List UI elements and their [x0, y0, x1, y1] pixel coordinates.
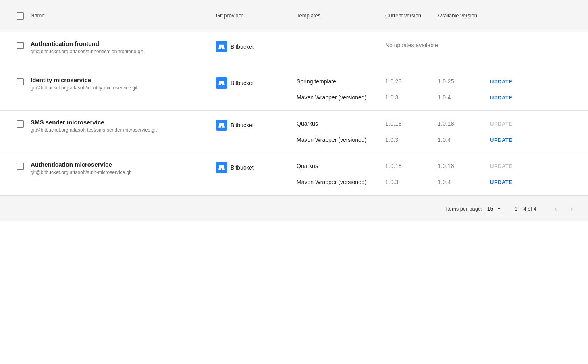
bitbucket-icon — [216, 77, 227, 89]
template-current-version: 1.0.3 — [385, 136, 438, 143]
update-button[interactable]: UPDATE — [490, 79, 512, 85]
templates-versions-section: Quarkus1.0.181.0.18UPDATEMaven Wrapper (… — [297, 161, 578, 187]
col-header-name: Name — [31, 12, 216, 19]
select-all-checkbox[interactable] — [17, 12, 24, 20]
row-check-cell — [10, 119, 31, 128]
bitbucket-icon — [216, 120, 227, 131]
git-provider-label: Bitbucket — [231, 43, 254, 50]
template-action-cell: UPDATE — [490, 179, 512, 185]
template-available-version: 1.0.4 — [438, 136, 490, 143]
template-action-cell: UPDATE — [490, 94, 512, 101]
row-name-cell: Authentication frontendgit@bitbucket.org… — [31, 40, 216, 54]
items-per-page-label: Items per page: — [446, 206, 482, 212]
template-current-version: 1.0.23 — [385, 78, 438, 85]
col-header-templates: Templates — [297, 12, 385, 19]
template-name: Maven Wrapper (versioned) — [297, 179, 385, 185]
update-button[interactable]: UPDATE — [490, 137, 512, 143]
template-current-version: 1.0.18 — [385, 163, 438, 169]
row-check-cell — [10, 40, 31, 49]
row-git-cell: Bitbucket — [216, 161, 297, 173]
template-name: Quarkus — [297, 120, 385, 127]
pagination-info: 1 – 4 of 4 — [515, 206, 536, 212]
template-row: Maven Wrapper (versioned)1.0.31.0.4UPDAT… — [297, 174, 578, 187]
bitbucket-icon — [216, 162, 227, 173]
git-provider-label: Bitbucket — [231, 164, 254, 171]
update-button: UPDATE — [490, 163, 512, 169]
prev-page-button[interactable]: ‹ — [549, 202, 562, 215]
project-url: git@bitbucket.org:attasoft/authenticatio… — [31, 49, 216, 54]
project-name: SMS sender microservice — [31, 119, 216, 126]
pagination-buttons: ‹ › — [549, 202, 578, 215]
col-header-git: Git provider — [216, 12, 297, 19]
row-checkbox-identity-microservice[interactable] — [17, 78, 24, 85]
no-updates-text: No updates available — [385, 40, 438, 48]
template-row: Maven Wrapper (versioned)1.0.31.0.4UPDAT… — [297, 89, 578, 102]
template-available-version: 1.0.4 — [438, 179, 490, 185]
row-checkbox-authentication-microservice[interactable] — [17, 163, 24, 170]
template-current-version: 1.0.18 — [385, 120, 438, 127]
git-provider-label: Bitbucket — [231, 122, 254, 128]
template-current-version: 1.0.3 — [385, 94, 438, 101]
template-available-version: 1.0.18 — [438, 120, 490, 127]
table-footer: Items per page: 15 25 50 1 – 4 of 4 ‹ › — [0, 195, 588, 221]
table-row: Authentication microservicegit@bitbucket… — [0, 153, 588, 195]
template-name: Spring template — [297, 78, 385, 85]
row-git-cell: Bitbucket — [216, 40, 297, 52]
col-header-current: Current version — [385, 12, 438, 19]
template-row: Quarkus1.0.181.0.18UPDATE — [297, 161, 578, 174]
template-row: Quarkus1.0.181.0.18UPDATE — [297, 119, 578, 132]
row-name-cell: Identity microservicegit@bitbucket.org:a… — [31, 77, 216, 91]
row-git-cell: Bitbucket — [216, 77, 297, 89]
template-action-cell: UPDATE — [490, 120, 512, 127]
template-action-cell: UPDATE — [490, 78, 512, 85]
template-available-version: 1.0.25 — [438, 78, 490, 85]
template-name: Maven Wrapper (versioned) — [297, 94, 385, 101]
template-name: Quarkus — [297, 163, 385, 169]
table-body: Authentication frontendgit@bitbucket.org… — [0, 32, 588, 195]
template-name: Maven Wrapper (versioned) — [297, 136, 385, 143]
col-header-available: Available version — [438, 12, 490, 19]
row-check-cell — [10, 161, 31, 170]
table-row: Identity microservicegit@bitbucket.org:a… — [0, 68, 588, 111]
template-row: Maven Wrapper (versioned)1.0.31.0.4UPDAT… — [297, 132, 578, 145]
project-name: Authentication frontend — [31, 40, 216, 47]
select-all-cell — [10, 12, 31, 20]
row-checkbox-sms-sender-microservice[interactable] — [17, 120, 24, 128]
table-header: Name Git provider Templates Current vers… — [0, 0, 588, 32]
items-per-page-select-wrap[interactable]: 15 25 50 — [486, 205, 502, 213]
row-name-cell: SMS sender microservicegit@bitbucket.org… — [31, 119, 216, 133]
items-per-page-section: Items per page: 15 25 50 — [446, 205, 501, 213]
row-git-cell: Bitbucket — [216, 119, 297, 131]
table-row: SMS sender microservicegit@bitbucket.org… — [0, 111, 588, 153]
project-url: git@bitbucket.org:attasoft/identity-micr… — [31, 85, 216, 91]
project-name: Identity microservice — [31, 77, 216, 83]
template-action-cell: UPDATE — [490, 136, 512, 143]
project-url: git@bitbucket.org:attasoft/auth-microser… — [31, 170, 216, 175]
git-provider-label: Bitbucket — [231, 80, 254, 86]
project-name: Authentication microservice — [31, 161, 216, 168]
update-button: UPDATE — [490, 121, 512, 127]
repositories-table: Name Git provider Templates Current vers… — [0, 0, 588, 364]
table-row: Authentication frontendgit@bitbucket.org… — [0, 32, 588, 68]
next-page-button[interactable]: › — [565, 202, 578, 215]
templates-versions-section: Quarkus1.0.181.0.18UPDATEMaven Wrapper (… — [297, 119, 578, 145]
row-checkbox-authentication-frontend[interactable] — [17, 42, 24, 49]
bitbucket-icon — [216, 41, 227, 52]
row-name-cell: Authentication microservicegit@bitbucket… — [31, 161, 216, 175]
template-available-version: 1.0.18 — [438, 163, 490, 169]
template-available-version: 1.0.4 — [438, 94, 490, 101]
items-per-page-select[interactable]: 15 25 50 — [486, 205, 502, 213]
templates-versions-section: Spring template1.0.231.0.25UPDATEMaven W… — [297, 77, 578, 102]
template-current-version: 1.0.3 — [385, 179, 438, 185]
row-check-cell — [10, 77, 31, 85]
update-button[interactable]: UPDATE — [490, 95, 512, 101]
update-button[interactable]: UPDATE — [490, 179, 512, 185]
project-url: git@bitbucket.org:attasoft-test/sms-send… — [31, 127, 216, 133]
no-updates-cell: No updates available — [385, 40, 578, 48]
template-action-cell: UPDATE — [490, 163, 512, 169]
template-row: Spring template1.0.231.0.25UPDATE — [297, 77, 578, 89]
